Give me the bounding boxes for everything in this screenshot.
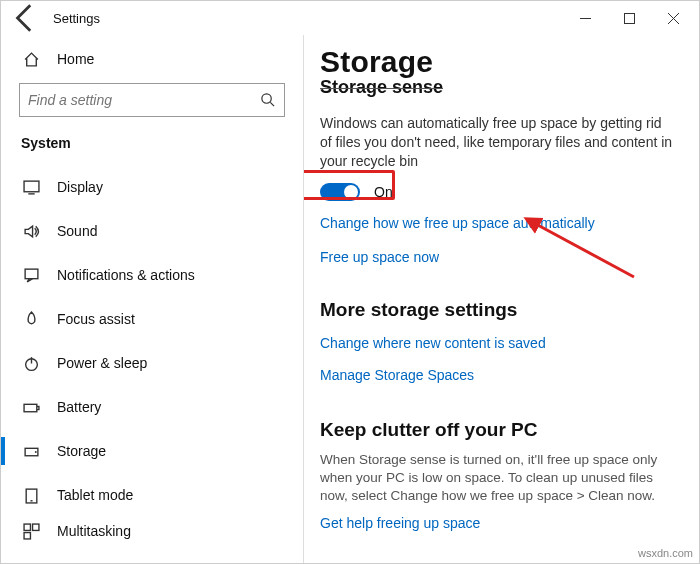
sidebar: Home System Display Sound Notificatio (1, 35, 304, 563)
svg-rect-5 (24, 404, 37, 411)
storage-sense-toggle[interactable] (320, 183, 360, 201)
toggle-state-label: On (374, 184, 393, 200)
sidebar-item-storage[interactable]: Storage (1, 429, 303, 473)
more-settings-heading: More storage settings (320, 299, 675, 321)
watermark: wsxdn.com (638, 547, 693, 559)
sidebar-item-battery[interactable]: Battery (1, 385, 303, 429)
home-icon (21, 49, 41, 69)
search-field[interactable] (28, 92, 260, 108)
power-icon (21, 353, 41, 373)
sidebar-item-label: Battery (57, 399, 101, 415)
page-title: Storage (320, 45, 675, 79)
sidebar-item-label: Display (57, 179, 103, 195)
sidebar-item-label: Focus assist (57, 311, 135, 327)
notifications-icon (21, 265, 41, 285)
multitasking-icon (21, 521, 41, 541)
sidebar-item-label: Multitasking (57, 523, 131, 539)
link-help-freeing[interactable]: Get help freeing up space (320, 515, 675, 531)
maximize-button[interactable] (607, 3, 651, 33)
sidebar-item-label: Storage (57, 443, 106, 459)
sidebar-item-label: Power & sleep (57, 355, 147, 371)
svg-rect-3 (25, 269, 38, 279)
section-title-cut: Storage sense (320, 77, 675, 98)
back-button[interactable] (9, 1, 43, 35)
clutter-description: When Storage sense is turned on, it'll f… (320, 451, 675, 506)
link-free-now[interactable]: Free up space now (320, 249, 675, 265)
tablet-icon (21, 485, 41, 505)
svg-rect-2 (24, 181, 39, 192)
focus-assist-icon (21, 309, 41, 329)
window-title: Settings (53, 11, 100, 26)
sidebar-item-focus-assist[interactable]: Focus assist (1, 297, 303, 341)
sound-icon (21, 221, 41, 241)
sidebar-item-tablet-mode[interactable]: Tablet mode (1, 473, 303, 517)
search-icon (260, 92, 276, 108)
sidebar-item-sound[interactable]: Sound (1, 209, 303, 253)
sidebar-item-label: Sound (57, 223, 97, 239)
svg-rect-10 (32, 524, 38, 530)
link-manage-spaces[interactable]: Manage Storage Spaces (320, 367, 675, 383)
svg-point-7 (34, 451, 36, 453)
clutter-heading: Keep clutter off your PC (320, 419, 675, 441)
svg-rect-11 (24, 532, 30, 538)
home-label: Home (57, 51, 94, 67)
link-change-auto[interactable]: Change how we free up space automaticall… (320, 215, 675, 231)
main-pane: Storage Storage sense Windows can automa… (304, 35, 699, 563)
display-icon (21, 177, 41, 197)
svg-point-1 (262, 94, 271, 103)
sidebar-item-notifications[interactable]: Notifications & actions (1, 253, 303, 297)
search-input[interactable] (19, 83, 285, 117)
link-change-where[interactable]: Change where new content is saved (320, 335, 675, 351)
home-nav[interactable]: Home (1, 39, 303, 79)
svg-rect-9 (24, 524, 30, 530)
svg-rect-0 (624, 13, 634, 23)
sidebar-item-label: Notifications & actions (57, 267, 195, 283)
sidebar-item-display[interactable]: Display (1, 165, 303, 209)
storage-icon (21, 441, 41, 461)
sidebar-item-multitasking[interactable]: Multitasking (1, 517, 303, 545)
minimize-button[interactable] (563, 3, 607, 33)
battery-icon (21, 397, 41, 417)
close-button[interactable] (651, 3, 695, 33)
sidebar-item-power-sleep[interactable]: Power & sleep (1, 341, 303, 385)
section-heading: System (1, 127, 303, 165)
sidebar-item-label: Tablet mode (57, 487, 133, 503)
storage-sense-description: Windows can automatically free up space … (320, 114, 675, 171)
